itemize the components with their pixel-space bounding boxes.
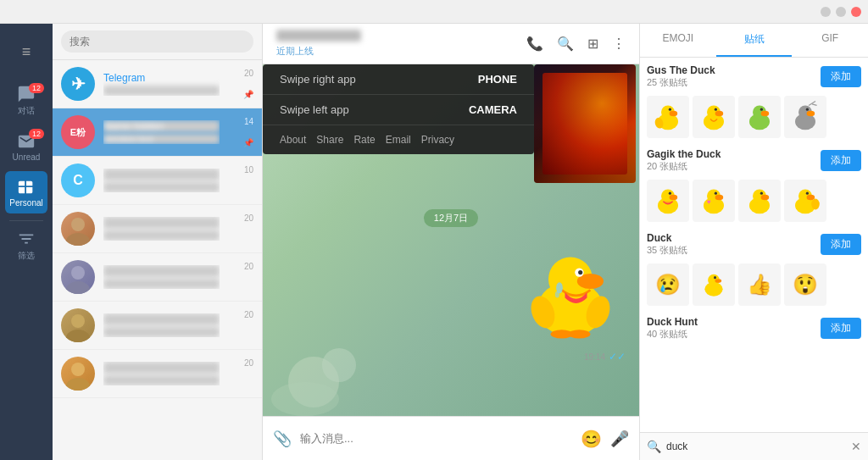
svg-point-44	[669, 192, 671, 195]
sidebar-item-personal[interactable]: Personal	[5, 171, 47, 213]
tab-sticker[interactable]: 贴纸	[716, 24, 793, 57]
add-sticker-set-button[interactable]: 添加	[821, 318, 861, 339]
dropdown-link-share[interactable]: Share	[316, 134, 343, 146]
search-icon[interactable]: 🔍	[557, 36, 574, 52]
dropdown-link-rate[interactable]: Rate	[353, 134, 375, 146]
add-sticker-set-button[interactable]: 添加	[821, 150, 861, 171]
sticker-thumb[interactable]: ♥	[693, 180, 735, 222]
sticker-set-name: Duck Hunt	[647, 316, 698, 328]
sidebar-menu[interactable]: ≡	[5, 30, 47, 73]
dropdown-phone-action[interactable]: PHONE	[478, 73, 517, 86]
contact-item[interactable]: ✈ Telegram preview text 20 📌	[53, 60, 262, 108]
sidebar-item-unread[interactable]: Unread 12	[5, 125, 47, 168]
contact-name: Name hidden	[103, 217, 220, 229]
svg-point-5	[66, 330, 90, 342]
dropdown-camera-action[interactable]: CAMERA	[469, 103, 517, 116]
sticker-thumb-svg	[651, 100, 685, 134]
sticker-thumb[interactable]: 👍	[738, 263, 781, 306]
sticker-thumb-svg	[651, 184, 685, 218]
date-badge: 12月7日	[424, 209, 478, 227]
message-row: 19:14 ✓✓	[276, 237, 626, 363]
sticker-thumb-svg	[788, 100, 822, 134]
contact-time: 10	[244, 165, 253, 175]
search-input[interactable]	[61, 30, 253, 53]
maximize-button[interactable]: □	[836, 7, 846, 17]
dropdown-row-camera: Swipe left app CAMERA	[263, 95, 534, 125]
more-icon[interactable]: ⋮	[612, 36, 626, 52]
contact-item[interactable]: C Name hidden preview text 10	[53, 157, 262, 205]
sticker-tabs: EMOJI 贴纸 GIF	[640, 24, 868, 58]
chat-messages[interactable]: Swipe right app PHONE Swipe left app CAM…	[263, 64, 639, 416]
svg-point-53	[760, 192, 763, 195]
sticker-thumb[interactable]	[738, 96, 781, 138]
chat-contact-name	[276, 30, 361, 42]
message-content: 19:14 ✓✓	[515, 237, 626, 363]
svg-point-2	[71, 266, 85, 280]
dropdown-swipe-right-label: Swipe right app	[280, 73, 356, 86]
contact-item[interactable]: Name hidden preview text 20	[53, 350, 262, 398]
sticker-set-count: 40 张贴纸	[647, 328, 698, 341]
duck-sticker-svg	[515, 237, 626, 347]
dropdown-swipe-left-label: Swipe left app	[280, 103, 349, 116]
chat-input[interactable]	[300, 432, 572, 445]
svg-point-43	[670, 195, 678, 200]
contact-name: Name hidden	[103, 265, 220, 277]
emoji-button[interactable]: 😊	[581, 429, 602, 449]
sidebar-item-filter[interactable]: 筛选	[5, 224, 47, 267]
contact-item[interactable]: Name hidden preview text 20	[53, 205, 262, 253]
sidebar-item-chat[interactable]: 对话 12	[5, 80, 47, 122]
avatar	[61, 308, 95, 342]
svg-point-56	[807, 195, 815, 200]
sticker-thumb[interactable]	[693, 96, 735, 138]
add-sticker-set-button[interactable]: 添加	[821, 66, 861, 87]
message-time: 19:14 ✓✓	[584, 351, 626, 363]
sidebar: ≡ 对话 12 Unread 12 Personal 筛选	[0, 24, 53, 460]
contact-message: preview text	[103, 279, 220, 289]
date-divider: 12月7日	[276, 209, 626, 227]
sticker-thumb[interactable]	[647, 180, 689, 222]
svg-point-17	[555, 291, 559, 298]
contact-message: preview text	[103, 327, 220, 337]
sticker-set-count: 35 张贴纸	[647, 244, 687, 257]
sticker-set-info: Gagik the Duck 20 张贴纸	[647, 148, 721, 173]
chat-content: 12月7日	[276, 209, 626, 363]
minimize-button[interactable]: –	[821, 7, 831, 17]
close-button[interactable]: ×	[851, 7, 861, 17]
contact-item[interactable]: E粉 Name hidden preview text 14 📌	[53, 108, 262, 157]
avatar-photo	[61, 260, 95, 294]
sticker-thumbs: 😢 👍 😲	[647, 263, 861, 306]
svg-point-24	[670, 111, 678, 116]
tab-emoji[interactable]: EMOJI	[640, 24, 716, 57]
contact-item[interactable]: Name hidden preview text 20	[53, 253, 262, 302]
sticker-message	[515, 237, 626, 347]
sticker-thumb[interactable]: 😲	[784, 263, 826, 306]
sticker-thumbs: ♥	[647, 180, 861, 222]
contact-item[interactable]: Name hidden preview text 20	[53, 302, 262, 350]
sticker-thumb[interactable]	[647, 96, 689, 138]
sticker-set-count: 25 张贴纸	[647, 76, 715, 89]
sticker-set-name: Gagik the Duck	[647, 148, 721, 160]
sticker-search-input[interactable]	[666, 441, 851, 452]
sticker-thumb[interactable]	[784, 96, 826, 138]
sticker-thumb[interactable]	[693, 263, 735, 306]
contact-name: Telegram	[103, 72, 220, 84]
sticker-thumb[interactable]: 😢	[647, 263, 689, 306]
contact-time: 14	[244, 117, 253, 126]
tab-gif[interactable]: GIF	[792, 24, 868, 57]
attach-button[interactable]: 📎	[273, 430, 292, 448]
svg-point-1	[66, 233, 90, 246]
sticker-thumb-svg	[743, 184, 776, 218]
layout-icon[interactable]: ⊞	[587, 36, 598, 52]
dropdown-link-privacy[interactable]: Privacy	[421, 134, 454, 146]
svg-point-34	[760, 108, 763, 111]
avatar	[61, 260, 95, 294]
dropdown-link-email[interactable]: Email	[386, 134, 411, 146]
contact-info: Name hidden preview text	[103, 120, 220, 144]
sticker-search-clear[interactable]: ✕	[851, 440, 861, 453]
sticker-thumb[interactable]	[738, 180, 781, 222]
add-sticker-set-button[interactable]: 添加	[821, 234, 861, 255]
dropdown-link-about[interactable]: About	[280, 134, 306, 146]
phone-icon[interactable]: 📞	[526, 36, 543, 52]
sticker-thumb[interactable]	[784, 180, 826, 222]
mic-button[interactable]: 🎤	[610, 430, 629, 448]
